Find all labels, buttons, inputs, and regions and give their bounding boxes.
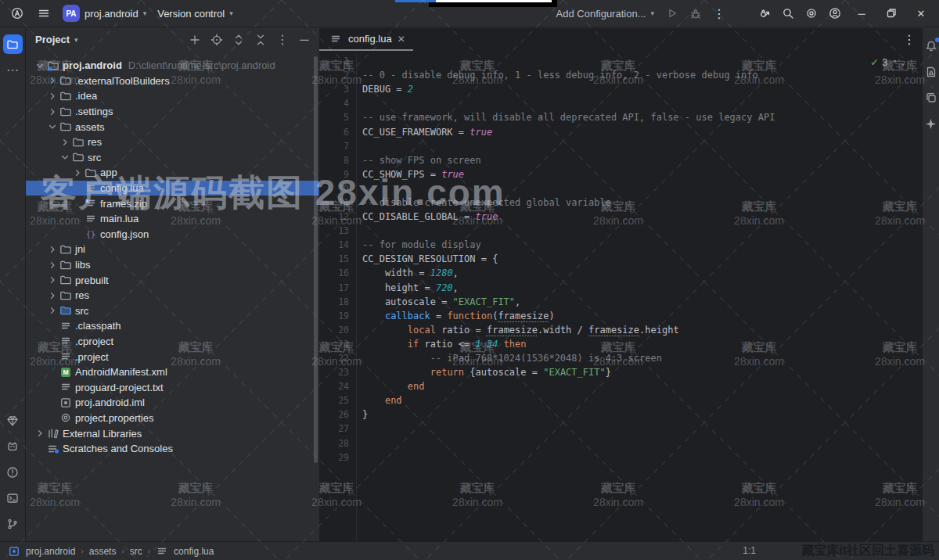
- code-line-9[interactable]: 9CC_SHOW_FPS = true: [319, 167, 922, 181]
- tab-options-kebab-icon[interactable]: ⋮: [903, 32, 922, 47]
- code-line-4[interactable]: 4: [319, 96, 922, 110]
- window-minimize-button[interactable]: ─: [848, 3, 875, 23]
- code-line-27[interactable]: 27: [319, 422, 922, 436]
- tree-item-src[interactable]: src: [26, 150, 319, 166]
- window-maximize-button[interactable]: [878, 3, 905, 23]
- device-explorer-icon[interactable]: [923, 64, 939, 80]
- code-line-7[interactable]: 7: [319, 139, 922, 153]
- prev-next-problem-icons[interactable]: ⌃⌄: [891, 59, 908, 67]
- project-widget[interactable]: PA proj.android ▾: [63, 5, 146, 22]
- tree-item-libs[interactable]: libs: [26, 257, 319, 273]
- chevron-right-icon[interactable]: [71, 168, 84, 178]
- tree-item--settings[interactable]: .settings: [26, 104, 319, 120]
- tree-item-external-libraries[interactable]: External Libraries: [26, 425, 319, 441]
- tree-item-res[interactable]: res: [26, 135, 319, 150]
- breadcrumb-item[interactable]: assets: [89, 546, 117, 557]
- project-scrollbar[interactable]: [314, 56, 318, 463]
- window-close-button[interactable]: ✕: [908, 3, 934, 23]
- collapse-all-icon[interactable]: [252, 31, 269, 48]
- caret-position[interactable]: 1:1: [743, 545, 756, 556]
- code-line-16[interactable]: 16 width = 1280,: [319, 266, 922, 280]
- chevron-right-icon[interactable]: [46, 107, 59, 117]
- chevron-right-icon[interactable]: [46, 260, 59, 270]
- inspection-widget[interactable]: ✓ 3 ⌃⌄: [867, 56, 911, 69]
- chevron-right-icon[interactable]: [46, 275, 59, 285]
- account-icon[interactable]: [825, 3, 845, 23]
- chevron-right-icon[interactable]: [46, 76, 59, 85]
- tree-item--classpath[interactable]: .classpath: [26, 318, 319, 334]
- code-line-6[interactable]: 6CC_USE_FRAMEWORK = true: [319, 124, 922, 138]
- tree-item-proguard-project-txt[interactable]: proguard-project.txt: [26, 379, 319, 395]
- add-button[interactable]: [186, 31, 203, 48]
- tree-item-config-json[interactable]: {}config.json: [26, 227, 319, 242]
- project-tool-button[interactable]: [3, 34, 23, 54]
- code-line-25[interactable]: 25 end: [319, 393, 922, 407]
- code-line-29[interactable]: 29: [319, 451, 922, 465]
- tree-item-proj-android[interactable]: proj.androidD:\client\runtime-src\proj.a…: [26, 58, 319, 74]
- code-editor[interactable]: 12-- 0 - disable debug info, 1 - less de…: [319, 54, 922, 541]
- tree-item-scratches-and-consoles[interactable]: Scratches and Consoles: [26, 441, 319, 457]
- code-line-2[interactable]: 2-- 0 - disable debug info, 1 - less deb…: [319, 68, 922, 82]
- code-line-1[interactable]: 1: [319, 54, 922, 68]
- tree-item-project-properties[interactable]: project.properties: [26, 411, 319, 426]
- tree-item--idea[interactable]: .idea: [26, 88, 319, 104]
- tree-item-androidmanifest-xml[interactable]: MAndroidManifest.xml: [26, 364, 319, 380]
- code-line-19[interactable]: 19 callback = function(framesize): [319, 309, 922, 323]
- breadcrumb-item[interactable]: src: [130, 546, 142, 557]
- chevron-right-icon[interactable]: [46, 245, 59, 254]
- chevron-down-icon[interactable]: [34, 61, 46, 70]
- code-line-17[interactable]: 17 height = 720,: [319, 281, 922, 295]
- close-tab-icon[interactable]: ✕: [398, 34, 405, 45]
- code-line-21[interactable]: 21 if ratio <= 1.34 then: [319, 337, 922, 351]
- git-branch-icon[interactable]: [3, 514, 23, 533]
- run-button[interactable]: [662, 3, 682, 23]
- more-tool-windows-icon[interactable]: ⋯: [3, 60, 23, 80]
- panel-options-kebab-icon[interactable]: ⋮: [274, 31, 291, 48]
- code-line-3[interactable]: 3DEBUG = 2: [319, 82, 922, 96]
- tree-item-config-lua[interactable]: config.lua: [26, 181, 319, 196]
- code-line-26[interactable]: 26}: [319, 407, 922, 422]
- breadcrumb-item[interactable]: config.lua: [174, 546, 214, 557]
- code-line-10[interactable]: 10: [319, 181, 922, 196]
- tree-item-app[interactable]: app: [26, 165, 319, 181]
- code-line-15[interactable]: 15CC_DESIGN_RESOLUTION = {: [319, 252, 922, 266]
- chevron-right-icon[interactable]: [46, 92, 59, 101]
- tree-item-src[interactable]: src: [26, 303, 319, 319]
- code-line-24[interactable]: 24 end: [319, 379, 922, 393]
- code-line-28[interactable]: 28: [319, 436, 922, 451]
- code-line-23[interactable]: 23 return {autoscale = "EXACT_FIT"}: [319, 365, 922, 379]
- breadcrumb-item[interactable]: proj.android: [26, 546, 75, 557]
- code-line-5[interactable]: 5-- use framework, will disable all depr…: [319, 110, 922, 124]
- tree-item-main-lua[interactable]: main.lua: [26, 211, 319, 227]
- tree-item--cproject[interactable]: .cproject: [26, 334, 319, 350]
- profiler-bug-arrow-icon[interactable]: [754, 3, 775, 23]
- project-panel-title[interactable]: Project: [35, 34, 70, 45]
- layers-copy-icon[interactable]: [923, 90, 939, 106]
- tree-item-res[interactable]: res: [26, 288, 319, 303]
- locate-file-icon[interactable]: [208, 31, 225, 48]
- tree-item-prebuilt[interactable]: prebuilt: [26, 272, 319, 288]
- tree-item-proj-android-iml[interactable]: proj.android.iml: [26, 395, 319, 411]
- tree-item-frames-zip[interactable]: frames.zip: [26, 196, 319, 211]
- search-everywhere-icon[interactable]: [778, 3, 798, 23]
- tree-item-assets[interactable]: assets: [26, 119, 319, 135]
- problems-icon[interactable]: [3, 462, 23, 482]
- code-line-8[interactable]: 8-- show FPS on screen: [319, 153, 922, 167]
- logcat-cat-icon[interactable]: [3, 436, 23, 456]
- vcs-widget[interactable]: Version control ▾: [157, 8, 233, 20]
- chevron-right-icon[interactable]: [34, 429, 46, 438]
- settings-gear-icon[interactable]: [801, 3, 822, 23]
- ai-assistant-sparkle-icon[interactable]: [923, 116, 939, 131]
- expand-all-icon[interactable]: [230, 31, 247, 48]
- chevron-down-icon[interactable]: [46, 122, 59, 131]
- tab-config-lua[interactable]: config.lua ✕: [319, 28, 413, 51]
- tree-item--externaltoolbuilders[interactable]: .externalToolBuilders: [26, 74, 319, 89]
- notifications-bell-icon[interactable]: [923, 38, 939, 54]
- chevron-right-icon[interactable]: [46, 291, 59, 300]
- chevron-down-icon[interactable]: [59, 153, 71, 162]
- debug-button[interactable]: [685, 3, 706, 23]
- more-actions-kebab-icon[interactable]: ⋮: [709, 3, 729, 23]
- main-menu-hamburger-icon[interactable]: [36, 5, 52, 21]
- code-line-11[interactable]: 11-- disable create unexpected global va…: [319, 196, 922, 210]
- code-line-14[interactable]: 14-- for module display: [319, 238, 922, 252]
